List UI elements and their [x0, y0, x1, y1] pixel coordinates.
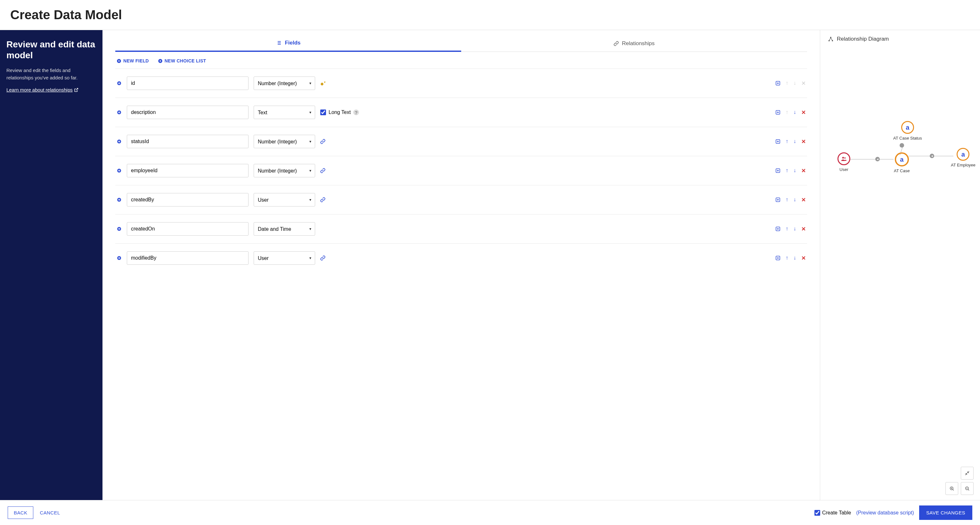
drag-handle[interactable] [116, 110, 122, 115]
node-user-label: User [839, 167, 848, 172]
field-meta: Long Text ? [320, 109, 770, 115]
footer-right: Create Table (Preview database script) S… [815, 506, 972, 520]
footer: BACK CANCEL Create Table (Preview databa… [0, 500, 980, 525]
add-field-below-button[interactable] [775, 197, 781, 202]
svg-point-60 [842, 157, 844, 159]
node-status[interactable]: a AT Case Status [893, 121, 922, 141]
field-type-select[interactable]: Number (Integer) [254, 135, 315, 148]
preview-script-link[interactable]: (Preview database script) [856, 510, 914, 516]
learn-more-link[interactable]: Learn more about relationships [6, 87, 78, 92]
remove-field-button[interactable]: ✕ [801, 109, 806, 116]
row-actions: ↑↓✕ [775, 167, 806, 174]
move-up-button[interactable]: ↑ [786, 255, 789, 261]
svg-line-69 [968, 490, 969, 490]
field-name-input[interactable] [127, 251, 248, 265]
drag-handle[interactable] [116, 226, 122, 232]
edge-dot [900, 143, 904, 148]
add-field-below-button[interactable] [775, 226, 781, 232]
svg-line-65 [953, 490, 954, 490]
drag-handle[interactable] [116, 168, 122, 173]
zoom-out-button[interactable] [961, 482, 974, 495]
add-field-below-button[interactable] [775, 168, 781, 173]
back-button[interactable]: BACK [8, 506, 33, 519]
move-up-button[interactable]: ↑ [786, 226, 789, 232]
move-up-button[interactable]: ↑ [786, 167, 789, 174]
move-down-button[interactable]: ↓ [794, 167, 797, 174]
field-meta [320, 139, 770, 144]
move-down-button[interactable]: ↓ [794, 226, 797, 232]
create-table-checkbox[interactable] [815, 510, 820, 516]
remove-field-button[interactable]: ✕ [801, 255, 806, 262]
remove-field-button[interactable]: ✕ [801, 138, 806, 145]
remove-field-button[interactable]: ✕ [801, 167, 806, 174]
drag-handle[interactable] [116, 197, 122, 202]
move-down-button: ↓ [794, 80, 797, 86]
move-up-button[interactable]: ↑ [786, 138, 789, 145]
drag-handle[interactable] [116, 255, 122, 260]
node-employee[interactable]: a AT Employee [951, 148, 975, 167]
tabs: Fields Relationships [115, 35, 807, 52]
move-down-button[interactable]: ↓ [794, 197, 797, 203]
a-icon: a [901, 121, 914, 134]
move-down-button[interactable]: ↓ [794, 109, 797, 116]
svg-point-56 [829, 40, 829, 41]
move-down-button[interactable]: ↓ [794, 138, 797, 145]
field-type-select[interactable]: User [254, 193, 315, 206]
move-down-button[interactable]: ↓ [794, 255, 797, 261]
field-name-input[interactable] [127, 76, 248, 90]
zoom-tools [945, 482, 974, 495]
drag-handle[interactable] [116, 81, 122, 86]
fit-view-button[interactable] [961, 467, 974, 479]
row-actions: ↑↓✕ [775, 109, 806, 116]
tab-relationships-label: Relationships [622, 40, 655, 47]
field-row: User↑↓✕ [115, 185, 807, 214]
new-field-button[interactable]: NEW FIELD [116, 58, 149, 63]
fields-pane: Fields Relationships NEW FIELD NEW CHOIC… [102, 30, 820, 500]
field-name-input[interactable] [127, 164, 248, 178]
add-field-below-button[interactable] [775, 110, 781, 115]
move-up-button[interactable]: ↑ [786, 197, 789, 203]
tab-fields[interactable]: Fields [115, 35, 461, 52]
tab-relationships[interactable]: Relationships [461, 35, 807, 52]
drag-handle[interactable] [116, 139, 122, 144]
field-type-select[interactable]: Number (Integer) [254, 76, 315, 90]
new-choice-list-button[interactable]: NEW CHOICE LIST [158, 58, 206, 63]
page-title: Create Data Model [10, 8, 970, 22]
field-row: User↑↓✕ [115, 243, 807, 273]
field-type-select[interactable]: Number (Integer) [254, 164, 315, 178]
diagram-canvas[interactable]: ◂ ◂ User a AT Case Status a AT Case [828, 46, 972, 492]
field-name-input[interactable] [127, 106, 248, 119]
field-name-input[interactable] [127, 135, 248, 148]
zoom-in-button[interactable] [945, 482, 958, 495]
remove-field-button[interactable]: ✕ [801, 197, 806, 203]
new-choice-list-label: NEW CHOICE LIST [165, 58, 206, 63]
add-field-below-button[interactable] [775, 81, 781, 86]
help-icon[interactable]: ? [353, 109, 359, 115]
field-name-input[interactable] [127, 193, 248, 206]
field-row: Number (Integer)↑↓✕ [115, 68, 807, 98]
field-name-input[interactable] [127, 222, 248, 236]
field-row: Number (Integer)↑↓✕ [115, 156, 807, 185]
node-case[interactable]: a AT Case [894, 152, 910, 173]
field-type-select[interactable]: User [254, 251, 315, 265]
relationship-icon [320, 139, 325, 144]
remove-field-button[interactable]: ✕ [801, 226, 806, 232]
zoom-out-icon [965, 486, 970, 491]
node-user[interactable]: User [837, 152, 850, 172]
field-meta [320, 255, 770, 260]
long-text-label: Long Text [329, 109, 351, 115]
field-type-select[interactable]: Date and Time [254, 222, 315, 236]
svg-point-57 [832, 40, 833, 41]
svg-line-59 [831, 38, 832, 40]
cancel-button[interactable]: CANCEL [40, 510, 60, 515]
field-type-select[interactable]: Text [254, 106, 315, 119]
footer-left: BACK CANCEL [8, 506, 60, 519]
create-table-toggle[interactable]: Create Table [815, 510, 851, 516]
add-field-below-button[interactable] [775, 139, 781, 144]
row-actions: ↑↓✕ [775, 255, 806, 262]
long-text-checkbox[interactable] [320, 109, 326, 115]
relationship-icon [320, 197, 325, 202]
row-actions: ↑↓✕ [775, 197, 806, 203]
add-field-below-button[interactable] [775, 255, 781, 260]
save-changes-button[interactable]: SAVE CHANGES [919, 506, 972, 520]
